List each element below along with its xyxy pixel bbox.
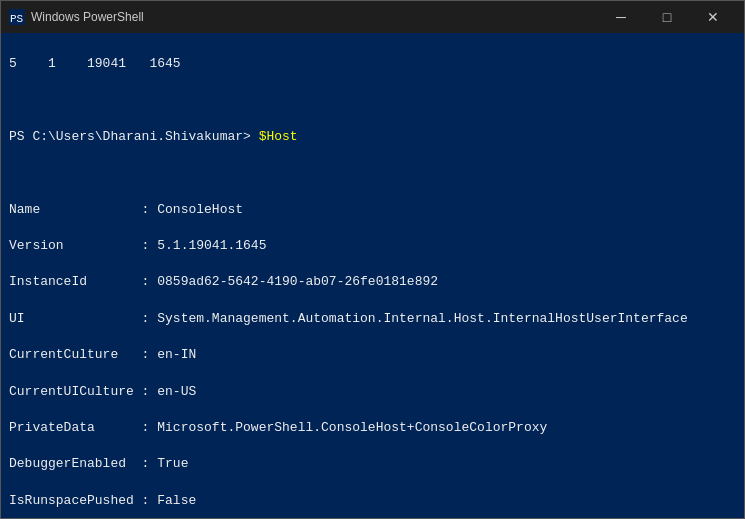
host-isrunspacepushed: IsRunspacePushed : False (9, 492, 736, 510)
maximize-button[interactable]: □ (644, 1, 690, 33)
host-currentculture: CurrentCulture : en-IN (9, 346, 736, 364)
close-button[interactable]: ✕ (690, 1, 736, 33)
blank-line-2 (9, 164, 736, 182)
powershell-icon: PS (9, 9, 25, 25)
prompt-1: PS C:\Users\Dharani.Shivakumar> (9, 129, 259, 144)
host-ui: UI : System.Management.Automation.Intern… (9, 310, 736, 328)
host-version: Version : 5.1.19041.1645 (9, 237, 736, 255)
first-command: $Host (259, 129, 298, 144)
host-currentuiculture: CurrentUICulture : en-US (9, 383, 736, 401)
host-debuggerenabled: DebuggerEnabled : True (9, 455, 736, 473)
top-version-line: 5 1 19041 1645 (9, 55, 736, 73)
window-title: Windows PowerShell (31, 10, 598, 24)
host-instanceid: InstanceId : 0859ad62-5642-4190-ab07-26f… (9, 273, 736, 291)
window-controls: ─ □ ✕ (598, 1, 736, 33)
host-privatedata: PrivateData : Microsoft.PowerShell.Conso… (9, 419, 736, 437)
host-name: Name : ConsoleHost (9, 201, 736, 219)
prompt-line-1: PS C:\Users\Dharani.Shivakumar> $Host (9, 128, 736, 146)
powershell-window: PS Windows PowerShell ─ □ ✕ 5 1 19041 16… (0, 0, 745, 519)
title-bar: PS Windows PowerShell ─ □ ✕ (1, 1, 744, 33)
blank-line-1 (9, 92, 736, 110)
minimize-button[interactable]: ─ (598, 1, 644, 33)
console-output[interactable]: 5 1 19041 1645 PS C:\Users\Dharani.Shiva… (1, 33, 744, 518)
svg-text:PS: PS (10, 13, 24, 25)
